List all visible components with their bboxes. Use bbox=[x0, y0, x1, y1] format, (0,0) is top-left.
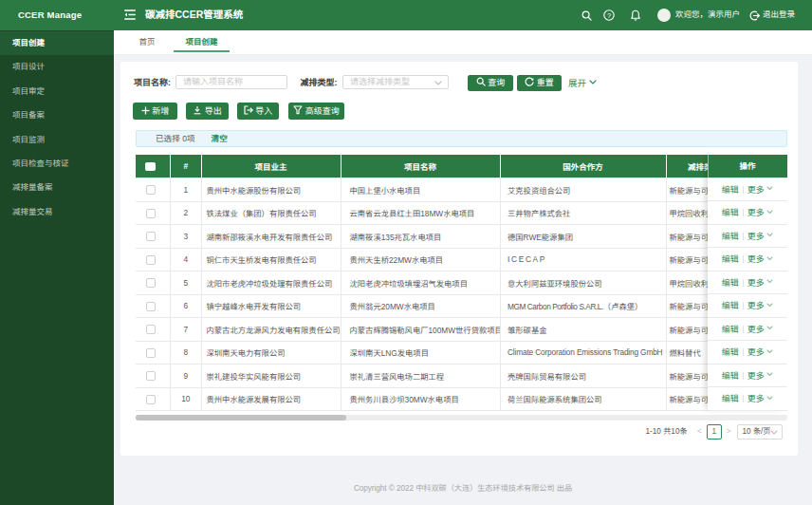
svg-text:?: ? bbox=[607, 11, 611, 20]
